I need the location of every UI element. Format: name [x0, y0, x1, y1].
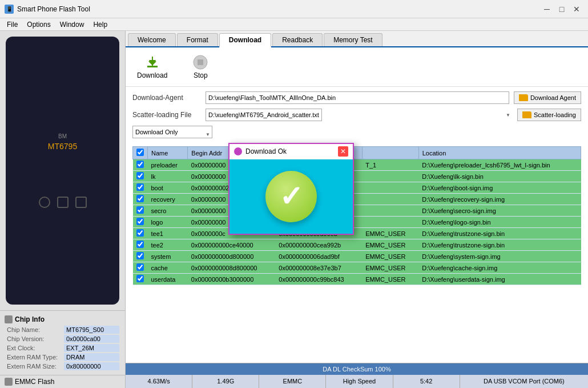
row-checkbox[interactable] — [136, 161, 144, 168]
download-select-wrapper: Download Only Firmware Upgrade Format Al… — [132, 126, 212, 143]
row-name: secro — [148, 205, 188, 217]
row-checkbox[interactable] — [136, 275, 144, 282]
table-row: secro 0x00000000 D:\Xuefeng\secro-sign.i… — [133, 205, 581, 217]
download-mode-select[interactable]: Download Only Firmware Upgrade Format Al… — [132, 126, 212, 138]
chip-header: Chip Info — [5, 314, 120, 325]
select-all-checkbox[interactable] — [136, 149, 144, 156]
modal-title-icon — [234, 147, 242, 155]
status-size: 1.49G — [192, 375, 259, 388]
stop-button[interactable]: Stop — [183, 52, 218, 82]
download-mode-row: Download Only Firmware Upgrade Format Al… — [132, 126, 581, 143]
extern-ram-type-label: Extern RAM Type: — [6, 353, 63, 361]
row-checkbox-cell — [133, 171, 148, 182]
close-button[interactable]: ✕ — [570, 3, 583, 15]
row-checkbox[interactable] — [136, 252, 144, 259]
chip-version-row: Chip Version: 0x0000ca00 — [6, 335, 119, 343]
row-checkbox[interactable] — [136, 241, 144, 248]
download-agent-label: Download-Agent — [132, 94, 201, 102]
row-name: boot — [148, 182, 188, 194]
row-begin: 0x0000000008d800000 — [188, 262, 275, 274]
row-type: EMMC_USER — [362, 251, 418, 262]
check-circle: ✓ — [265, 171, 317, 222]
status-time: 5:42 — [393, 375, 460, 388]
scatter-loading-button[interactable]: Scatter-loading — [517, 109, 581, 121]
maximize-button[interactable]: □ — [555, 3, 569, 15]
table-row: lk 0x00000000 D:\Xuefeng\lk-sign.bin — [133, 171, 581, 182]
table-row: boot 0x000000002 D:\Xuefeng\boot-sign.im… — [133, 182, 581, 194]
menu-help[interactable]: Help — [88, 19, 112, 30]
row-checkbox-cell — [133, 205, 148, 217]
menu-window[interactable]: Window — [55, 19, 89, 30]
phone-brand-small: BM — [39, 133, 87, 139]
row-location: D:\Xuefeng\userdata-sign.img — [418, 274, 581, 285]
chip-section: Chip Info Chip Name: MT6795_S00 Chip Ver… — [0, 310, 125, 375]
nav-menu — [75, 197, 87, 208]
table-row: cache 0x0000000008d800000 0x000000008e37… — [133, 262, 581, 274]
content-area: Download-Agent Download Agent Scatter-lo… — [126, 87, 588, 363]
chip-table: Chip Name: MT6795_S00 Chip Version: 0x00… — [5, 325, 120, 371]
row-location: D:\Xuefeng\system-sign.img — [418, 251, 581, 262]
emmc-section: EMMC Flash — [0, 375, 125, 388]
chip-name-label: Chip Name: — [6, 326, 63, 334]
toolbar: Download Stop — [126, 47, 588, 87]
row-checkbox[interactable] — [136, 183, 144, 191]
download-ok-modal: Download Ok ✕ ✓ — [228, 143, 354, 235]
download-agent-input[interactable] — [206, 91, 509, 104]
title-bar-left: 📱 Smart Phone Flash Tool — [5, 5, 90, 14]
tab-welcome[interactable]: Welcome — [128, 33, 176, 46]
row-checkbox[interactable] — [136, 218, 144, 225]
row-location: D:\Xuefeng\trustzone-sign.bin — [418, 228, 581, 239]
scatter-loading-select[interactable]: D:\xuefeng\MT6795_Android_scatter.txt — [206, 109, 322, 121]
row-type — [362, 205, 418, 217]
stop-icon — [192, 54, 208, 70]
row-checkbox-cell — [133, 274, 148, 285]
tab-download[interactable]: Download — [219, 33, 271, 47]
extern-ram-type-row: Extern RAM Type: DRAM — [6, 353, 119, 361]
row-checkbox[interactable] — [136, 229, 144, 237]
download-agent-row: Download-Agent Download Agent — [132, 91, 581, 104]
row-addr2: 0x000000000cea992b — [275, 239, 362, 251]
row-name: system — [148, 251, 188, 262]
row-checkbox[interactable] — [136, 172, 144, 179]
tab-memory-test[interactable]: Memory Test — [324, 33, 382, 46]
modal-close-button[interactable]: ✕ — [338, 146, 348, 157]
row-location: D:\Xuefeng\trustzone-sign.bin — [418, 239, 581, 251]
table-header: Name Begin Addr Location — [133, 147, 581, 159]
files-table-scroll[interactable]: Name Begin Addr Location preloader 0x000… — [132, 146, 581, 285]
row-type — [362, 194, 418, 205]
nav-back — [39, 197, 50, 208]
row-checkbox-cell — [133, 159, 148, 171]
tab-format[interactable]: Format — [177, 33, 218, 46]
table-row: tee1 0x0000000c 0x00000000c9d99eb EMMC_U… — [133, 228, 581, 239]
phone-model: MT6795 — [39, 142, 87, 151]
minimize-button[interactable]: ─ — [540, 3, 554, 15]
row-checkbox[interactable] — [136, 195, 144, 202]
status-port: DA USB VCOM Port (COM6) — [460, 375, 588, 388]
row-checkbox-cell — [133, 182, 148, 194]
row-checkbox-cell — [133, 194, 148, 205]
svg-rect-4 — [198, 59, 203, 65]
phone-display: BM MT6795 — [6, 37, 119, 305]
row-name: tee1 — [148, 228, 188, 239]
download-button[interactable]: Download — [132, 52, 172, 82]
row-type: EMMC_USER — [362, 228, 418, 239]
row-checkbox[interactable] — [136, 263, 144, 271]
download-agent-button[interactable]: Download Agent — [514, 91, 581, 104]
download-agent-btn-label: Download Agent — [530, 94, 576, 101]
table-row: logo 0x00000000 D:\Xuefeng\logo-sign.bin — [133, 217, 581, 228]
menu-options[interactable]: Options — [22, 19, 55, 30]
row-checkbox-cell — [133, 262, 148, 274]
row-addr2: 0x0000000006dad9bf — [275, 251, 362, 262]
tab-readback[interactable]: Readback — [272, 33, 323, 46]
scatter-loading-row: Scatter-loading File D:\xuefeng\MT6795_A… — [132, 109, 581, 121]
row-name: recovery — [148, 194, 188, 205]
chip-name-value: MT6795_S00 — [64, 326, 119, 334]
tab-bar: Welcome Format Download Readback Memory … — [126, 31, 588, 47]
modal-title-left: Download Ok — [234, 147, 287, 155]
modal-body: ✓ — [229, 159, 353, 234]
row-checkbox[interactable] — [136, 206, 144, 214]
chip-version-label: Chip Version: — [6, 335, 63, 343]
row-addr2: 0x000000008e37e3b7 — [275, 262, 362, 274]
row-type: EMMC_USER — [362, 262, 418, 274]
menu-file[interactable]: File — [2, 19, 22, 30]
